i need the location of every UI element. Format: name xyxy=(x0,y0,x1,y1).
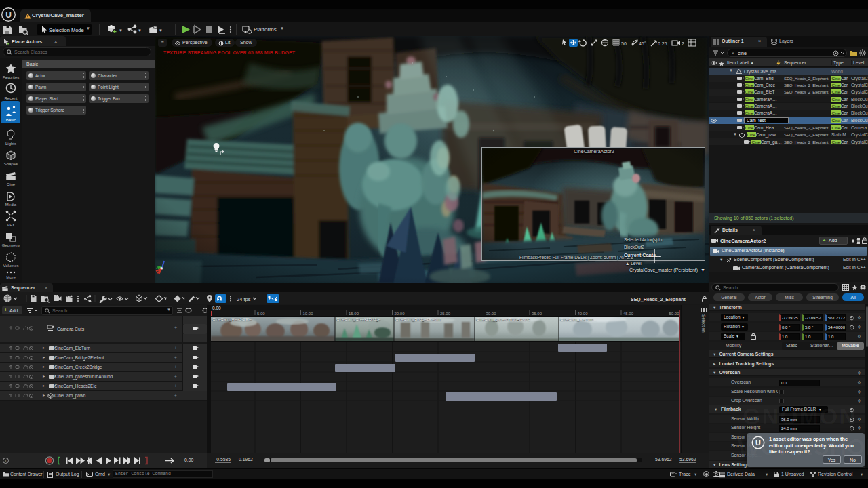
svg-text:VFX: VFX xyxy=(7,223,15,227)
svg-text:Media: Media xyxy=(5,203,17,207)
svg-text:More: More xyxy=(6,275,16,279)
svg-text:▼: ▼ xyxy=(138,28,142,33)
svg-text:Cine: Cine xyxy=(7,182,16,186)
svg-text:25.00: 25.00 xyxy=(440,312,451,316)
svg-text:45.00: 45.00 xyxy=(623,312,634,316)
svg-text:20.00: 20.00 xyxy=(395,312,406,316)
svg-text:Geometry: Geometry xyxy=(2,243,20,247)
svg-text:50: 50 xyxy=(621,41,627,46)
svg-text:Volumes: Volumes xyxy=(3,264,18,268)
svg-text:CineCam_Creek2Bridge: CineCam_Creek2Bridge xyxy=(336,317,381,321)
svg-text:5.00: 5.00 xyxy=(257,312,265,316)
svg-text:15.00: 15.00 xyxy=(349,312,359,316)
svg-text:Lights: Lights xyxy=(5,142,16,146)
svg-text:Favorites: Favorites xyxy=(3,75,20,79)
svg-text:0.25: 0.25 xyxy=(658,41,667,46)
svg-text:45°: 45° xyxy=(639,41,646,46)
svg-text:10.00: 10.00 xyxy=(303,312,314,316)
svg-text:CineCam_ganeshTrunAround: CineCam_ganeshTrunAround xyxy=(476,317,530,321)
svg-text:2: 2 xyxy=(682,41,684,46)
svg-text:U: U xyxy=(5,10,12,20)
svg-text:CineCam_EleTurn…: CineCam_EleTurn… xyxy=(560,317,597,321)
svg-text:CineCam_Heads2Ele: CineCam_Heads2Ele xyxy=(212,317,252,321)
svg-text:Shapes: Shapes xyxy=(4,162,18,166)
svg-text:24 fps: 24 fps xyxy=(237,296,251,302)
svg-text:Recent: Recent xyxy=(4,96,17,100)
svg-text:▼: ▼ xyxy=(159,28,163,33)
svg-text:40.00: 40.00 xyxy=(578,312,589,316)
svg-text:35.00: 35.00 xyxy=(532,312,542,316)
svg-text:30.00: 30.00 xyxy=(486,312,497,316)
svg-text:CineCam_Bridge2Elefant: CineCam_Bridge2Elefant xyxy=(395,317,441,321)
svg-text:50.00: 50.00 xyxy=(669,312,680,316)
svg-text:▼: ▼ xyxy=(119,28,123,33)
svg-text:Basic: Basic xyxy=(6,118,16,122)
